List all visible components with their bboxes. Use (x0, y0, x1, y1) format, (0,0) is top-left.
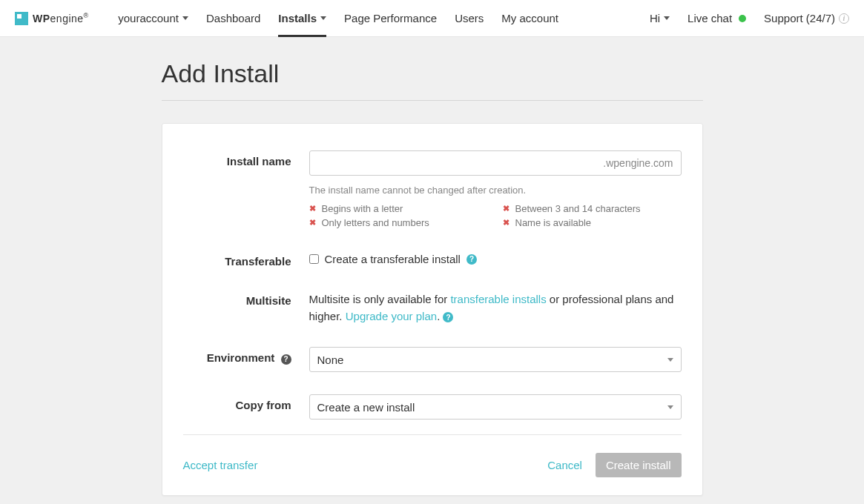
transferable-checkbox[interactable] (309, 254, 319, 264)
help-icon[interactable]: ? (281, 354, 291, 365)
environment-value: None (317, 354, 344, 366)
transferable-checkbox-label: Create a transferable install (325, 253, 461, 265)
nav-my-account[interactable]: My account (501, 0, 558, 37)
copy-from-select[interactable]: Create a new install (309, 394, 682, 420)
install-name-hint: The install name cannot be changed after… (309, 185, 682, 196)
logo[interactable]: WPengine® (15, 12, 88, 25)
nav-installs[interactable]: Installs (278, 0, 326, 37)
nav-label: Users (455, 0, 484, 37)
multisite-text: Multisite is only available for transfer… (309, 290, 682, 325)
support-label: Support (24/7) (764, 0, 835, 37)
transferable-installs-link[interactable]: transferable installs (450, 293, 546, 305)
copy-from-value: Create a new install (317, 401, 415, 414)
support-link[interactable]: Support (24/7) i (764, 0, 849, 37)
live-chat-link[interactable]: Live chat (687, 0, 746, 37)
label-transferable: Transferable (183, 251, 309, 268)
help-icon[interactable]: ? (466, 254, 477, 265)
install-name-suffix: .wpengine.com (603, 157, 673, 169)
upgrade-plan-link[interactable]: Upgrade your plan (346, 310, 437, 322)
cancel-button[interactable]: Cancel (547, 459, 582, 471)
status-online-icon (739, 15, 746, 22)
create-install-button[interactable]: Create install (596, 453, 682, 477)
environment-select[interactable]: None (309, 347, 682, 372)
validation-letters-numbers: ✖ Only letters and numbers (309, 217, 488, 228)
label-environment: Environment ? (183, 347, 309, 372)
user-dropdown[interactable]: Hi (650, 0, 670, 37)
nav-left: youraccount Dashboard Installs Page Perf… (118, 0, 558, 37)
account-label: youraccount (118, 0, 179, 37)
hi-label: Hi (650, 0, 660, 37)
page-title: Add Install (162, 59, 703, 88)
validation-grid: ✖ Begins with a letter ✖ Between 3 and 1… (309, 203, 682, 228)
accept-transfer-link[interactable]: Accept transfer (183, 459, 258, 471)
caret-down-icon (667, 358, 673, 362)
install-name-input[interactable] (317, 157, 604, 169)
nav-label: My account (501, 0, 558, 37)
label-copy-from: Copy from (183, 394, 309, 420)
nav-users[interactable]: Users (455, 0, 484, 37)
row-transferable: Transferable Create a transferable insta… (183, 251, 682, 268)
x-icon: ✖ (503, 218, 510, 228)
account-dropdown[interactable]: youraccount (118, 0, 188, 37)
validation-available: ✖ Name is available (503, 217, 682, 228)
label-multisite: Multisite (183, 290, 309, 325)
page: Add Install Install name .wpengine.com T… (0, 37, 864, 496)
logo-text: WPengine® (33, 12, 88, 24)
nav-right: Hi Live chat Support (24/7) i (650, 0, 849, 37)
row-multisite: Multisite Multisite is only available fo… (183, 290, 682, 325)
row-environment: Environment ? None (183, 347, 682, 372)
top-nav: WPengine® youraccount Dashboard Installs… (0, 0, 864, 37)
nav-label: Installs (278, 0, 317, 37)
card-footer: Accept transfer Cancel Create install (183, 434, 682, 477)
info-icon: i (839, 13, 849, 24)
caret-down-icon (667, 405, 673, 409)
nav-dashboard[interactable]: Dashboard (206, 0, 260, 37)
label-install-name: Install name (183, 150, 309, 228)
x-icon: ✖ (503, 204, 510, 213)
x-icon: ✖ (309, 218, 316, 228)
caret-down-icon (182, 16, 188, 20)
caret-down-icon (320, 16, 326, 20)
install-name-input-wrap[interactable]: .wpengine.com (309, 150, 682, 176)
row-install-name: Install name .wpengine.com The install n… (183, 150, 682, 228)
nav-page-performance[interactable]: Page Performance (344, 0, 437, 37)
help-icon[interactable]: ? (443, 312, 453, 322)
form-card: Install name .wpengine.com The install n… (162, 123, 703, 496)
row-copy-from: Copy from Create a new install (183, 394, 682, 420)
x-icon: ✖ (309, 204, 316, 213)
title-divider (162, 100, 703, 101)
transferable-checkbox-row[interactable]: Create a transferable install ? (309, 251, 682, 265)
validation-length: ✖ Between 3 and 14 characters (503, 203, 682, 214)
caret-down-icon (664, 16, 670, 20)
logo-mark-icon (15, 12, 28, 25)
live-chat-label: Live chat (687, 0, 732, 37)
nav-label: Page Performance (344, 0, 437, 37)
validation-begins-letter: ✖ Begins with a letter (309, 203, 488, 214)
nav-label: Dashboard (206, 0, 260, 37)
